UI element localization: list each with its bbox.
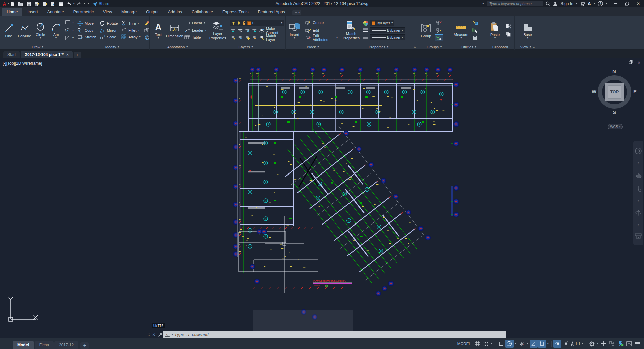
publish-mobile-button[interactable]	[41, 0, 49, 7]
autocad-logo-icon[interactable]: A	[0, 1, 8, 7]
command-caret-icon[interactable]	[172, 333, 173, 336]
panel-draw-footer[interactable]: Draw	[0, 44, 75, 50]
leader-button[interactable]: Leader	[184, 28, 207, 33]
tab-collaborate[interactable]: Collaborate	[187, 8, 218, 16]
annotation-autoscale-toggle[interactable]	[562, 340, 570, 348]
tab-add-ins[interactable]: Add-ins	[163, 8, 187, 16]
plot-button[interactable]	[57, 0, 65, 7]
zoom-icon[interactable]	[635, 186, 642, 192]
group-edit-button[interactable]	[435, 27, 443, 34]
annotation-scale-button[interactable]: 1:1	[570, 340, 580, 348]
panel-layers-footer[interactable]: Layers	[206, 44, 285, 50]
wcs-selector[interactable]: WCS	[608, 124, 623, 129]
isodraft-caret-icon[interactable]	[526, 340, 529, 348]
navwheel-caret-icon[interactable]	[638, 162, 639, 164]
pan-icon[interactable]	[635, 172, 642, 179]
units-suggestion-tag[interactable]: UNITS	[152, 323, 165, 328]
graphics-performance-button[interactable]	[616, 340, 625, 348]
command-grip-icon[interactable]: ⁞⁞	[148, 333, 150, 336]
viewcube-east[interactable]: E	[633, 89, 637, 94]
quick-calc-button[interactable]	[471, 35, 479, 41]
navigation-bar[interactable]	[633, 141, 643, 245]
layer-off-tool-icon[interactable]	[230, 28, 236, 33]
layer-sun-tool-icon[interactable]	[244, 35, 250, 40]
help-caret-icon[interactable]	[606, 2, 607, 5]
viewcube-west[interactable]: W	[592, 89, 596, 94]
tab-featured-apps[interactable]: Featured Apps	[253, 8, 290, 16]
fillet-button[interactable]: Fillet	[120, 28, 141, 33]
scale-button[interactable]: Scale	[99, 34, 118, 40]
search-input[interactable]	[487, 1, 543, 6]
paste-button[interactable]: Paste	[488, 21, 502, 40]
file-tab-close-icon[interactable]	[66, 52, 69, 57]
viewport-restore-icon[interactable]	[629, 60, 633, 65]
line-button[interactable]: Line	[1, 22, 16, 39]
panel-groups-footer[interactable]: Groups	[417, 44, 451, 50]
object-color-select[interactable]: ByLayer	[370, 20, 394, 26]
make-current-button[interactable]: Make Current	[258, 28, 284, 33]
layer-select[interactable]: 0	[230, 20, 284, 26]
tab-output[interactable]: Output	[141, 8, 163, 16]
command-bar[interactable]: >_	[163, 331, 506, 338]
customize-wrench-icon[interactable]	[158, 332, 163, 337]
open-mobile-button[interactable]	[49, 0, 57, 7]
isolate-objects-button[interactable]	[608, 340, 616, 348]
panel-utilities-footer[interactable]: Utilities	[451, 44, 486, 50]
annotation-scale-caret-icon[interactable]	[581, 340, 584, 348]
ungroup-button[interactable]	[435, 20, 443, 26]
isodraft-toggle[interactable]	[518, 340, 526, 348]
redo-caret-icon[interactable]	[84, 2, 85, 5]
window-close-button[interactable]: ✕	[633, 0, 644, 7]
annotation-visibility-toggle[interactable]	[553, 340, 561, 348]
command-input[interactable]	[175, 332, 504, 337]
ortho-toggle[interactable]	[497, 340, 505, 348]
undo-button[interactable]	[65, 0, 73, 7]
layer-isolate-tool-icon[interactable]	[237, 28, 243, 33]
snap-caret-icon[interactable]	[490, 340, 493, 348]
file-tab-start[interactable]: Start	[3, 51, 20, 58]
mirror-button[interactable]: Mirror	[99, 28, 118, 33]
linetype-select[interactable]: ByLayer	[370, 34, 405, 40]
move-button[interactable]: Move	[76, 21, 97, 27]
workspace-switch-button[interactable]	[588, 340, 596, 348]
new-layout-button[interactable]	[80, 342, 89, 349]
layout-tab-2017-12[interactable]: 2017-12	[54, 341, 78, 349]
tab-home[interactable]: Home	[2, 8, 22, 16]
block-edit-button[interactable]: Edit	[305, 28, 338, 33]
layer-color-swatch[interactable]	[247, 21, 251, 25]
showmotion-icon[interactable]	[635, 233, 642, 239]
panel-view-footer[interactable]: View⌄	[515, 44, 541, 50]
autodesk-app-icon[interactable]: A	[588, 1, 591, 6]
layer-on-bulb-tool-icon[interactable]	[230, 35, 236, 40]
workspace-caret-icon[interactable]	[596, 340, 599, 348]
linear-button[interactable]: Linear	[184, 20, 207, 26]
tab-parametric[interactable]: Parametric	[69, 8, 98, 16]
new-file-button[interactable]	[9, 0, 16, 7]
layer-properties-button[interactable]: Layer Properties	[207, 20, 228, 40]
array-button[interactable]: Array	[120, 34, 141, 40]
layout-tab-ficha[interactable]: Ficha	[35, 341, 54, 349]
polyline-button[interactable]: Polyline	[17, 22, 32, 39]
share-button[interactable]: Share	[92, 1, 109, 6]
object-snap-toggle[interactable]	[538, 340, 546, 348]
layer-thaw-tool-icon[interactable]	[237, 35, 243, 40]
measure-button[interactable]: Measure	[453, 21, 469, 40]
zoom-caret-icon[interactable]	[638, 200, 639, 202]
circle-button[interactable]: Circle	[33, 21, 48, 40]
quick-select-button[interactable]	[471, 20, 479, 26]
model-space-badge[interactable]: MODEL	[457, 342, 471, 346]
table-button[interactable]: Table	[184, 35, 207, 40]
panel-annotation-footer[interactable]: Annotation	[150, 44, 206, 50]
rotate-button[interactable]: Rotate	[99, 21, 118, 27]
lineweight-select[interactable]: ByLayer	[370, 27, 405, 33]
cart-icon[interactable]	[580, 1, 585, 6]
osnap-caret-icon[interactable]	[546, 340, 550, 348]
tab-manage[interactable]: Manage	[117, 8, 141, 16]
save-as-button[interactable]	[33, 0, 41, 7]
arc-button[interactable]: Arc	[49, 21, 63, 40]
polar-caret-icon[interactable]	[514, 340, 517, 348]
grid-toggle[interactable]	[473, 340, 481, 348]
viewcube[interactable]: N W E S TOP	[594, 68, 635, 122]
match-properties-button[interactable]: Match Properties	[341, 20, 361, 40]
sign-in-caret-icon[interactable]	[576, 2, 577, 5]
